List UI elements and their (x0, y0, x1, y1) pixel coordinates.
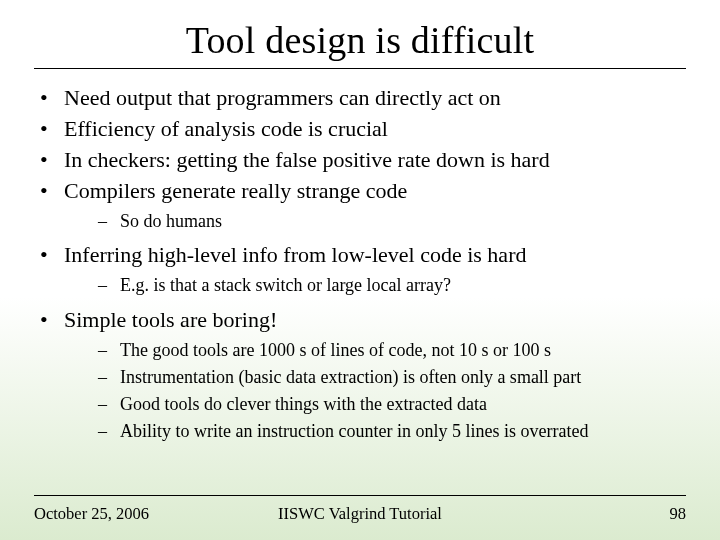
bullet-item: Compilers generate really strange code S… (34, 176, 686, 234)
sub-list: The good tools are 1000 s of lines of co… (64, 338, 686, 445)
sub-item: Instrumentation (basic data extraction) … (64, 365, 686, 390)
sub-item: E.g. is that a stack switch or large loc… (64, 273, 686, 298)
sub-list: So do humans (64, 209, 686, 234)
bullet-item: In checkers: getting the false positive … (34, 145, 686, 174)
slide-title: Tool design is difficult (34, 18, 686, 62)
sub-item: Good tools do clever things with the ext… (64, 392, 686, 417)
sub-item: Ability to write an instruction counter … (64, 419, 686, 444)
bullet-item: Simple tools are boring! The good tools … (34, 305, 686, 445)
bullet-list: Need output that programmers can directl… (34, 83, 686, 444)
bullet-text: Inferring high-level info from low-level… (64, 242, 526, 267)
bullet-text: Compilers generate really strange code (64, 178, 407, 203)
bullet-item: Need output that programmers can directl… (34, 83, 686, 112)
slide-footer: October 25, 2006 IISWC Valgrind Tutorial… (34, 495, 686, 524)
bullet-item: Inferring high-level info from low-level… (34, 240, 686, 298)
footer-date: October 25, 2006 (34, 504, 149, 524)
bullet-item: Efficiency of analysis code is crucial (34, 114, 686, 143)
title-rule (34, 68, 686, 69)
sub-list: E.g. is that a stack switch or large loc… (64, 273, 686, 298)
footer-page-number: 98 (670, 504, 687, 524)
sub-item: The good tools are 1000 s of lines of co… (64, 338, 686, 363)
bullet-text: Simple tools are boring! (64, 307, 277, 332)
sub-item: So do humans (64, 209, 686, 234)
